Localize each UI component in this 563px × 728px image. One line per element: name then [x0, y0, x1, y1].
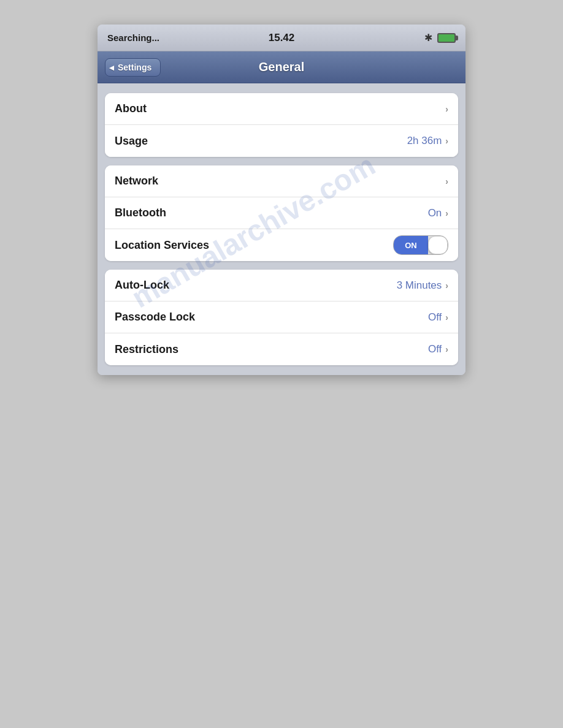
usage-label: Usage — [115, 135, 148, 148]
bluetooth-chevron: › — [445, 208, 448, 218]
back-button[interactable]: Settings — [105, 58, 161, 77]
about-right: › — [445, 104, 448, 114]
about-row[interactable]: About › — [105, 93, 458, 125]
location-right: ON — [393, 235, 448, 255]
content-area: About › Usage 2h 36m › Network — [98, 83, 465, 375]
section-3: Auto-Lock 3 Minutes › Passcode Lock Off … — [105, 270, 458, 365]
bluetooth-value: On — [428, 207, 442, 219]
network-right: › — [445, 176, 448, 186]
location-toggle[interactable]: ON — [393, 235, 448, 255]
status-time: 15.42 — [269, 32, 295, 44]
location-label: Location Services — [115, 239, 209, 252]
signal-status: Searching... — [107, 32, 159, 43]
battery-icon — [437, 33, 456, 43]
usage-right: 2h 36m › — [407, 135, 448, 147]
network-chevron: › — [445, 176, 448, 186]
autolock-label: Auto-Lock — [115, 279, 169, 292]
bluetooth-row[interactable]: Bluetooth On › — [105, 197, 458, 229]
nav-title: General — [259, 60, 304, 74]
restrictions-right: Off › — [428, 343, 448, 355]
section-2: Network › Bluetooth On › Location Servic… — [105, 165, 458, 261]
status-right-icons: ✱ — [424, 32, 456, 44]
passcode-row[interactable]: Passcode Lock Off › — [105, 301, 458, 333]
restrictions-chevron: › — [445, 344, 448, 354]
passcode-chevron: › — [445, 313, 448, 322]
bluetooth-label: Bluetooth — [115, 207, 166, 219]
usage-value: 2h 36m — [407, 135, 442, 147]
restrictions-row[interactable]: Restrictions Off › — [105, 333, 458, 365]
usage-chevron: › — [445, 136, 448, 146]
restrictions-label: Restrictions — [115, 343, 178, 356]
bluetooth-right: On › — [428, 207, 448, 219]
network-row[interactable]: Network › — [105, 165, 458, 197]
autolock-right: 3 Minutes › — [397, 279, 448, 292]
usage-row[interactable]: Usage 2h 36m › — [105, 125, 458, 157]
passcode-right: Off › — [428, 311, 448, 324]
toggle-thumb — [428, 236, 448, 254]
phone-container: Searching... 15.42 ✱ Settings General ma… — [98, 25, 465, 375]
restrictions-value: Off — [428, 343, 442, 355]
autolock-value: 3 Minutes — [397, 279, 442, 292]
section-1: About › Usage 2h 36m › — [105, 93, 458, 157]
autolock-chevron: › — [445, 281, 448, 290]
passcode-label: Passcode Lock — [115, 311, 195, 324]
content-wrapper: manualarchive.com About › Usage 2h 36m › — [98, 83, 465, 375]
about-label: About — [115, 102, 147, 115]
location-row[interactable]: Location Services ON — [105, 229, 458, 261]
about-chevron: › — [445, 104, 448, 114]
status-bar: Searching... 15.42 ✱ — [98, 25, 465, 51]
bluetooth-status-icon: ✱ — [424, 32, 432, 44]
network-label: Network — [115, 175, 158, 188]
nav-bar: Settings General — [98, 51, 465, 83]
toggle-on-label: ON — [394, 236, 428, 254]
autolock-row[interactable]: Auto-Lock 3 Minutes › — [105, 270, 458, 301]
passcode-value: Off — [428, 311, 442, 324]
